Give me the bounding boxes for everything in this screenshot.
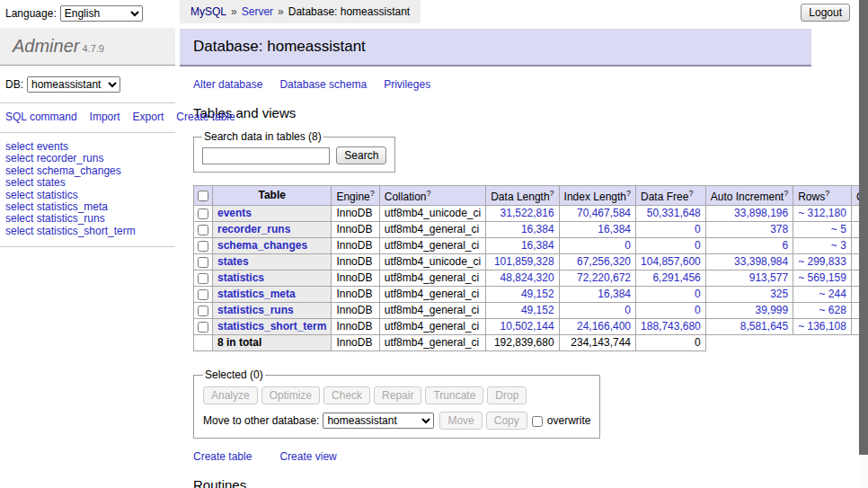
- index-length-link[interactable]: 0: [564, 305, 631, 316]
- index-length-link[interactable]: 16,384: [564, 288, 631, 300]
- auto-increment-link[interactable]: 6: [711, 240, 788, 252]
- index-length-link[interactable]: 70,467,584: [564, 208, 631, 219]
- move-db-select[interactable]: homeassistant: [323, 413, 434, 429]
- index-length-link[interactable]: 72,220,672: [564, 272, 631, 284]
- analyze-button[interactable]: Analyze: [203, 386, 258, 404]
- column-help-link[interactable]: ?: [784, 189, 788, 198]
- table-name-link[interactable]: schema_changes: [217, 239, 307, 252]
- data-length-link[interactable]: 16,384: [491, 240, 554, 252]
- index-length-link[interactable]: 0: [564, 240, 631, 252]
- row-checkbox[interactable]: [198, 257, 208, 268]
- logout-button[interactable]: Logout: [801, 4, 850, 22]
- row-checkbox[interactable]: [198, 273, 208, 284]
- repair-button[interactable]: Repair: [374, 386, 421, 404]
- row-checkbox[interactable]: [198, 289, 208, 300]
- sidebar-select-link[interactable]: select statistics: [5, 190, 170, 201]
- rows-link[interactable]: ~ 244: [798, 288, 846, 300]
- rows-link[interactable]: ~ 3: [798, 240, 846, 252]
- sidebar-select-link[interactable]: select events: [5, 141, 170, 153]
- index-length-link[interactable]: 16,384: [564, 224, 631, 235]
- row-checkbox[interactable]: [198, 225, 208, 235]
- column-help-link[interactable]: ?: [825, 189, 829, 198]
- sidebar-select-link[interactable]: select schema_changes: [5, 165, 170, 177]
- database-action-link[interactable]: Privileges: [384, 78, 430, 91]
- column-help-link[interactable]: ?: [626, 189, 631, 198]
- row-checkbox[interactable]: [198, 306, 208, 316]
- table-name-link[interactable]: states: [217, 255, 249, 268]
- database-action-link[interactable]: Database schema: [279, 78, 367, 91]
- scrollbar-thumb[interactable]: [859, 0, 868, 455]
- move-button[interactable]: Move: [439, 412, 482, 430]
- data-free-link[interactable]: 0: [641, 224, 701, 235]
- search-input[interactable]: [202, 147, 330, 164]
- data-length-link[interactable]: 10,502,144: [491, 321, 554, 333]
- data-length-link[interactable]: 48,824,320: [491, 272, 554, 284]
- row-checkbox[interactable]: [198, 322, 208, 333]
- sidebar-action-link[interactable]: Import: [90, 111, 120, 123]
- auto-increment-link[interactable]: 33,898,196: [711, 208, 788, 219]
- data-free-link[interactable]: 50,331,648: [641, 208, 701, 219]
- column-help-link[interactable]: ?: [426, 189, 430, 198]
- table-name-link[interactable]: statistics_runs: [217, 304, 294, 316]
- data-length-link[interactable]: 49,152: [491, 305, 554, 316]
- table-name-link[interactable]: recorder_runs: [217, 223, 290, 235]
- rows-link[interactable]: ~ 299,833: [798, 256, 846, 268]
- language-select[interactable]: English: [60, 5, 143, 22]
- index-length-link[interactable]: 67,256,320: [564, 256, 631, 268]
- sidebar-select-link[interactable]: select recorder_runs: [5, 153, 170, 164]
- sidebar-select-link[interactable]: select states: [5, 177, 170, 189]
- row-checkbox[interactable]: [198, 241, 208, 252]
- auto-increment-link[interactable]: 8,581,645: [711, 321, 788, 333]
- index-length-link[interactable]: 24,166,400: [564, 321, 631, 333]
- table-name-link[interactable]: statistics_meta: [217, 288, 296, 300]
- database-action-link[interactable]: Alter database: [193, 78, 262, 91]
- auto-increment-link[interactable]: 378: [711, 224, 788, 235]
- db-select[interactable]: homeassistant: [27, 76, 120, 93]
- table-row: eventsInnoDButf8mb4_unicode_ci31,522,816…: [194, 206, 868, 222]
- create-link[interactable]: Create table: [193, 450, 252, 463]
- auto-increment-link[interactable]: 33,398,984: [711, 256, 788, 268]
- rows-link[interactable]: ~ 136,108: [798, 321, 846, 333]
- auto-increment-link[interactable]: 913,577: [711, 272, 788, 284]
- rows-link[interactable]: ~ 628: [798, 305, 846, 316]
- overwrite-checkbox[interactable]: [532, 416, 543, 427]
- column-help-link[interactable]: ?: [688, 189, 693, 198]
- data-free-link[interactable]: 0: [641, 240, 701, 252]
- rows-link[interactable]: ~ 312,180: [798, 208, 846, 219]
- optimize-button[interactable]: Optimize: [261, 386, 320, 404]
- data-length-link[interactable]: 16,384: [491, 224, 554, 235]
- breadcrumb-link[interactable]: MySQL: [190, 5, 226, 18]
- rows-link[interactable]: ~ 569,159: [798, 272, 846, 284]
- data-length-link[interactable]: 49,152: [491, 288, 554, 300]
- search-button[interactable]: Search: [336, 146, 386, 164]
- data-length-link[interactable]: 101,859,328: [491, 256, 554, 268]
- sidebar-select-link[interactable]: select statistics_runs: [5, 213, 170, 225]
- check-button[interactable]: Check: [323, 386, 370, 404]
- copy-button[interactable]: Copy: [486, 412, 527, 430]
- drop-button[interactable]: Drop: [487, 386, 527, 404]
- table-name-link[interactable]: statistics_short_term: [217, 320, 326, 333]
- data-length-link[interactable]: 31,522,816: [491, 208, 554, 219]
- row-checkbox[interactable]: [198, 209, 208, 219]
- sidebar-select-link[interactable]: select statistics_meta: [5, 201, 170, 213]
- sidebar-action-link[interactable]: SQL command: [5, 111, 77, 123]
- data-free-link[interactable]: 188,743,680: [641, 321, 701, 333]
- sidebar-action-link[interactable]: Create table: [176, 111, 235, 123]
- data-free-link[interactable]: 0: [641, 305, 701, 316]
- column-help-link[interactable]: ?: [550, 189, 554, 198]
- breadcrumb-link[interactable]: Server: [242, 5, 273, 18]
- table-name-link[interactable]: events: [217, 207, 252, 219]
- auto-increment-link[interactable]: 39,999: [711, 305, 788, 316]
- auto-increment-link[interactable]: 325: [711, 288, 788, 300]
- create-link[interactable]: Create view: [279, 450, 336, 463]
- sidebar-action-link[interactable]: Export: [133, 111, 164, 123]
- truncate-button[interactable]: Truncate: [425, 386, 483, 404]
- select-all-checkbox[interactable]: [198, 191, 208, 201]
- data-free-link[interactable]: 104,857,600: [641, 256, 701, 268]
- rows-link[interactable]: ~ 5: [798, 224, 846, 235]
- table-name-link[interactable]: statistics: [217, 271, 264, 284]
- sidebar-select-link[interactable]: select statistics_short_term: [5, 226, 170, 237]
- data-free-link[interactable]: 6,291,456: [641, 272, 701, 284]
- data-free-link[interactable]: 0: [641, 288, 701, 300]
- column-help-link[interactable]: ?: [370, 189, 375, 198]
